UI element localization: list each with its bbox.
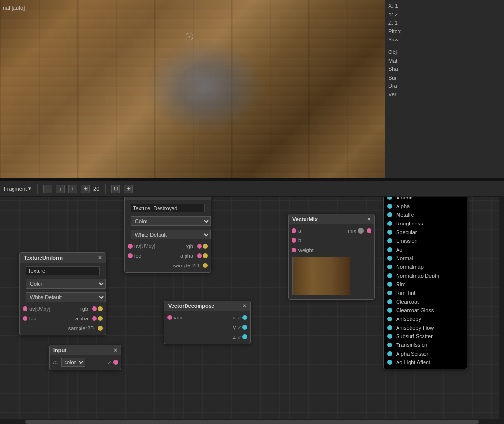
node-sampler-row: sampler2D xyxy=(20,323,106,333)
node-input: Input × vc↓ color ↙ xyxy=(49,345,121,370)
node-vectormix-header: VectorMix × xyxy=(289,214,374,224)
output-specular: Specular xyxy=(384,228,467,237)
socket-out-alpha-scissor xyxy=(387,351,392,356)
node-texture-small-close[interactable]: × xyxy=(98,255,102,261)
socket-sampler-out xyxy=(98,326,103,331)
socket-input-out xyxy=(113,360,118,365)
socket-out-specular xyxy=(387,230,392,235)
socket-vd-vec-in xyxy=(167,315,172,320)
settings-button[interactable]: ⊞ xyxy=(124,185,133,193)
zoom-in-button[interactable]: + xyxy=(68,185,77,193)
node-editor[interactable]: Fragment ▾ − i + ⊞ 20 ⊡ ⊞ xyxy=(0,181,504,424)
output-emission: Emission xyxy=(384,237,467,245)
socket-large-alpha-out2 xyxy=(203,253,208,258)
node-texture-small-body: Color White Default uv [UV.xy] rgb xyxy=(20,263,106,335)
socket-out-roughness xyxy=(387,221,392,226)
socket-out-normalmap xyxy=(387,265,392,269)
node-vectordecompose-header: VectorDecompose × xyxy=(164,301,250,311)
vectordecompose-vec-row: vec x ↙ xyxy=(164,313,250,322)
node-editor-toolbar: Fragment ▾ − i + ⊞ 20 ⊡ ⊞ xyxy=(0,181,504,197)
view-button[interactable]: ⊡ xyxy=(111,185,120,193)
toolbar-divider-1 xyxy=(37,184,38,194)
output-clearcoat-gloss: Clearcoat Gloss xyxy=(384,306,467,315)
vectordecompose-z-row: z ↙ xyxy=(164,332,250,342)
node-texture-name-input[interactable] xyxy=(26,266,100,275)
node-texture-large-color-select[interactable]: Color xyxy=(131,216,211,226)
node-texture-large-default-select[interactable]: White Default xyxy=(131,230,211,239)
node-output-body: Albedo Alpha Metallic Roughness Specular… xyxy=(384,191,467,369)
crack-overlay xyxy=(145,39,265,135)
vectormix-b-row: b xyxy=(289,236,374,245)
socket-vd-z-out xyxy=(242,334,247,339)
node-color-select-row: Color xyxy=(20,277,106,291)
socket-vm-out xyxy=(367,228,371,233)
socket-large-sampler-out xyxy=(203,263,208,268)
socket-vm-a-in xyxy=(292,228,296,233)
socket-large-alpha-out xyxy=(197,253,202,258)
node-input-body: vc↓ color ↙ xyxy=(50,355,121,370)
grid-button[interactable]: ⊞ xyxy=(81,185,90,193)
output-ao-light: Ao Light Affect xyxy=(384,358,467,367)
toolbar-divider-2 xyxy=(105,184,106,194)
output-metallic: Metallic xyxy=(384,211,467,219)
socket-out-normalmap-depth xyxy=(387,273,392,278)
output-anisotropy: Anisotropy xyxy=(384,315,467,323)
node-vectordecompose-close[interactable]: × xyxy=(243,303,246,309)
node-vectormix: VectorMix × a mix b weight xyxy=(288,214,375,300)
input-color-row: vc↓ color ↙ xyxy=(50,357,121,368)
info-button[interactable]: i xyxy=(56,185,65,193)
socket-out-emission xyxy=(387,238,392,243)
socket-large-uv-in xyxy=(128,244,133,249)
socket-out-transmission xyxy=(387,343,392,347)
vectormix-a-row: a mix xyxy=(289,226,374,236)
socket-alpha-out xyxy=(92,316,97,321)
node-texture-small-header: TextureUniform × xyxy=(20,253,106,263)
right-info-panel: X: 1 Y: 2 Z: 1 Pitch: Yaw: Obj Mat Sha S… xyxy=(385,0,504,178)
output-clearcoat: Clearcoat xyxy=(384,297,467,306)
node-color-select[interactable]: Color xyxy=(26,279,106,289)
vectormix-thumbnail xyxy=(292,257,350,295)
node-input-close[interactable]: × xyxy=(114,347,117,353)
socket-out-ao-light xyxy=(387,360,392,365)
scrollbar-thumb[interactable] xyxy=(25,420,478,424)
viewport: nal [auto] xyxy=(0,0,385,178)
object-props: Obj Mat Sha Sur Dra Ver xyxy=(388,48,501,99)
socket-large-rgb-out2 xyxy=(203,244,208,249)
socket-out-normal xyxy=(387,256,392,261)
node-input-header: Input × xyxy=(50,345,121,355)
socket-vd-x-out xyxy=(242,315,247,320)
node-default-select[interactable]: White Default xyxy=(26,292,106,302)
vertical-scrollbar[interactable] xyxy=(499,197,504,419)
node-texture-large-name-input[interactable] xyxy=(131,204,205,212)
fragment-label: Fragment xyxy=(4,186,27,192)
socket-out-subsurf xyxy=(387,334,392,339)
coordinates: X: 1 Y: 2 Z: 1 Pitch: Yaw: xyxy=(388,2,501,44)
node-texture-large: TextureUniform × Color White Default uv xyxy=(124,190,211,273)
node-texture-small: TextureUniform × Color White Default uv xyxy=(19,252,106,335)
vectormix-weight-row: weight xyxy=(289,245,374,255)
horizontal-scrollbar[interactable] xyxy=(0,419,504,424)
socket-out-metallic xyxy=(387,212,392,217)
node-vectormix-close[interactable]: × xyxy=(367,216,371,222)
node-lod-row: lod alpha xyxy=(20,314,106,323)
socket-out-clearcoat xyxy=(387,299,392,304)
node-default-select-row: White Default xyxy=(20,291,106,304)
socket-out-clearcoat-gloss xyxy=(387,308,392,313)
node-texture-large-sampler-row: sampler2D xyxy=(125,261,211,270)
socket-out-rim xyxy=(387,282,392,287)
output-normal: Normal xyxy=(384,254,467,263)
output-ao: Ao xyxy=(384,245,467,254)
node-texture-large-color-row: Color xyxy=(125,214,211,228)
node-texture-name-row xyxy=(20,265,106,277)
zoom-out-button[interactable]: − xyxy=(43,185,52,193)
viewport-label: nal [auto] xyxy=(0,4,27,12)
node-uv-row: uv [UV.xy] rgb xyxy=(20,304,106,314)
socket-out-ao xyxy=(387,247,392,252)
output-rim: Rim xyxy=(384,280,467,289)
input-color-select[interactable]: color xyxy=(61,358,85,367)
socket-vm-mix-toggle[interactable] xyxy=(358,228,364,234)
socket-vm-weight-in xyxy=(292,248,296,252)
output-normalmap: Normalmap xyxy=(384,263,467,271)
socket-out-anisotropy xyxy=(387,317,392,321)
fragment-dropdown[interactable]: Fragment ▾ xyxy=(4,186,31,192)
